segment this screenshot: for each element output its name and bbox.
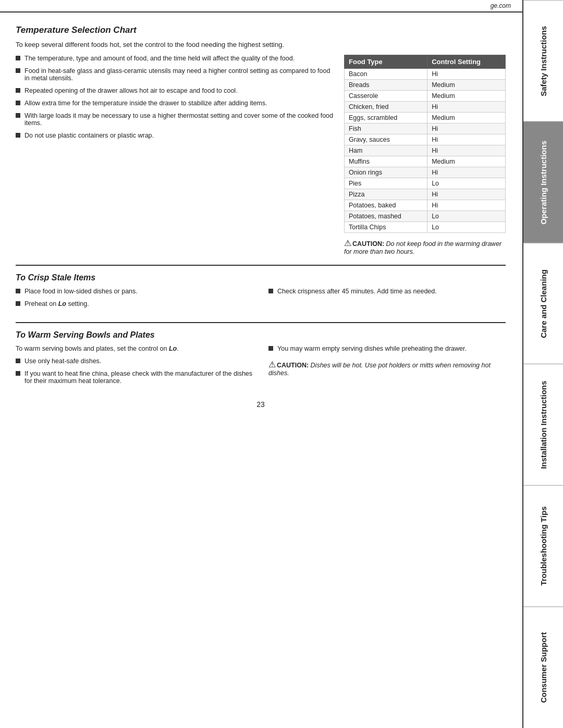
bullet-square-icon — [16, 371, 20, 376]
bullet-square-icon — [16, 133, 20, 138]
warm-bullet-1-text: Use only heat-safe dishes. — [25, 357, 101, 365]
table-row: PiesLo — [345, 178, 506, 189]
bullet-square-icon — [268, 346, 273, 351]
warm-two-col: To warm serving bowls and plates, set th… — [16, 345, 506, 390]
crisp-right-col: Check crispness after 45 minutes. Add ti… — [268, 288, 506, 313]
warm-left-col: To warm serving bowls and plates, set th… — [16, 345, 253, 390]
sidebar-tab-consumer-label: Consumer Support — [539, 632, 548, 703]
bullet-3-text: Repeated opening of the drawer allows ho… — [25, 87, 238, 94]
control-setting-cell: Medium — [427, 156, 506, 167]
control-setting-header: Control Setting — [427, 55, 506, 69]
temp-chart-left-col: The temperature, type and amount of food… — [16, 55, 334, 144]
bullet-square-icon — [16, 68, 20, 73]
table-row: Potatoes, bakedHi — [345, 200, 506, 211]
control-setting-cell: Hi — [427, 69, 506, 80]
bullet-2: Food in heat-safe glass and glass-cerami… — [16, 67, 334, 82]
page-number: 23 — [16, 400, 506, 409]
bullet-4: Allow extra time for the temperature ins… — [16, 100, 334, 107]
food-name-cell: Gravy, sauces — [345, 134, 427, 145]
food-name-cell: Muffins — [345, 156, 427, 167]
warm-intro-text: To warm serving bowls and plates, set th… — [16, 345, 253, 352]
warm-right-bullet-1-text: You may warm empty serving dishes while … — [277, 345, 467, 352]
food-name-cell: Pies — [345, 178, 427, 189]
table-row: FishHi — [345, 124, 506, 134]
bullet-square-icon — [16, 289, 20, 293]
crisp-title: To Crisp Stale Items — [16, 273, 506, 282]
sidebar-tab-operating[interactable]: Operating Instructions — [523, 121, 563, 243]
divider-2 — [16, 322, 506, 323]
sidebar-tab-installation[interactable]: Installation Instructions — [523, 364, 563, 485]
crisp-bullet-1-text: Place food in low-sided dishes or pans. — [25, 288, 138, 295]
control-setting-cell: Hi — [427, 134, 506, 145]
bullet-square-icon — [16, 113, 20, 118]
sidebar-tab-consumer[interactable]: Consumer Support — [523, 607, 563, 728]
caution-triangle-icon: ⚠ — [344, 239, 351, 248]
sidebar-tab-care-label: Care and Cleaning — [539, 269, 548, 338]
crisp-left-col: Place food in low-sided dishes or pans. … — [16, 288, 253, 313]
food-name-cell: Chicken, fried — [345, 102, 427, 113]
caution-2-triangle-icon: ⚠ — [268, 360, 276, 369]
crisp-right-bullet-1: Check crispness after 45 minutes. Add ti… — [268, 288, 506, 295]
caution-1-block: ⚠CAUTION: Do not keep food in the warmin… — [344, 238, 506, 255]
sidebar-tab-installation-label: Installation Instructions — [539, 381, 548, 469]
control-setting-cell: Hi — [427, 167, 506, 178]
control-setting-cell: Hi — [427, 145, 506, 156]
control-setting-cell: Medium — [427, 80, 506, 91]
table-row: Potatoes, mashedLo — [345, 211, 506, 222]
bullet-square-icon — [16, 56, 20, 60]
caution-2-label: CAUTION: — [277, 362, 309, 369]
bullet-4-text: Allow extra time for the temperature ins… — [25, 100, 267, 107]
bullet-6-text: Do not use plastic containers or plastic… — [25, 132, 154, 139]
sidebar-tab-care[interactable]: Care and Cleaning — [523, 243, 563, 364]
bullet-square-icon — [16, 101, 20, 105]
temp-chart-title: Temperature Selection Chart — [16, 25, 506, 35]
table-row: PizzaHi — [345, 189, 506, 200]
bullet-2-text: Food in heat-safe glass and glass-cerami… — [25, 67, 334, 82]
crisp-bullet-1: Place food in low-sided dishes or pans. — [16, 288, 253, 295]
main-content: Temperature Selection Chart To keep seve… — [0, 13, 521, 424]
table-row: BreadsMedium — [345, 80, 506, 91]
crisp-bullet-2: Preheat on Lo setting. — [16, 300, 253, 307]
control-setting-cell: Lo — [427, 178, 506, 189]
warm-title: To Warm Serving Bowls and Plates — [16, 330, 506, 340]
control-setting-cell: Lo — [427, 222, 506, 233]
sidebar-tab-safety[interactable]: Safety Instructions — [523, 0, 563, 121]
bullet-square-icon — [16, 359, 20, 363]
food-table: Food Type Control Setting BaconHiBreadsM… — [344, 55, 506, 233]
temp-chart-right-col: Food Type Control Setting BaconHiBreadsM… — [344, 55, 506, 255]
top-bar: ge.com — [0, 0, 563, 13]
warm-bullet-1: Use only heat-safe dishes. — [16, 357, 253, 365]
table-row: Gravy, saucesHi — [345, 134, 506, 145]
website-text: ge.com — [491, 2, 511, 9]
control-setting-cell: Hi — [427, 124, 506, 134]
food-name-cell: Potatoes, mashed — [345, 211, 427, 222]
table-row: Onion ringsHi — [345, 167, 506, 178]
bullet-1-text: The temperature, type and amount of food… — [25, 55, 295, 62]
table-row: Tortilla ChipsLo — [345, 222, 506, 233]
control-setting-cell: Hi — [427, 102, 506, 113]
food-name-cell: Onion rings — [345, 167, 427, 178]
table-row: Chicken, friedHi — [345, 102, 506, 113]
crisp-bullet-2-text: Preheat on Lo setting. — [25, 300, 89, 307]
warm-bullet-2-text: If you want to heat fine china, please c… — [25, 370, 253, 385]
temp-chart-intro: To keep several different foods hot, set… — [16, 41, 506, 48]
table-row: BaconHi — [345, 69, 506, 80]
food-name-cell: Bacon — [345, 69, 427, 80]
table-row: MuffinsMedium — [345, 156, 506, 167]
divider-1 — [16, 265, 506, 266]
control-setting-cell: Medium — [427, 91, 506, 102]
bullet-square-icon — [268, 289, 273, 293]
temp-chart-section: Temperature Selection Chart To keep seve… — [16, 25, 506, 255]
warm-bullet-2: If you want to heat fine china, please c… — [16, 370, 253, 385]
food-name-cell: Breads — [345, 80, 427, 91]
temp-chart-two-col: The temperature, type and amount of food… — [16, 55, 506, 255]
control-setting-cell: Medium — [427, 113, 506, 124]
sidebar-tab-troubleshooting[interactable]: Troubleshooting Tips — [523, 485, 563, 607]
warm-section: To Warm Serving Bowls and Plates To warm… — [16, 330, 506, 390]
bullet-square-icon — [16, 88, 20, 93]
right-sidebar: Safety Instructions Operating Instructio… — [522, 0, 563, 728]
bullet-5: With large loads it may be necessary to … — [16, 112, 334, 127]
control-setting-cell: Hi — [427, 189, 506, 200]
bullet-1: The temperature, type and amount of food… — [16, 55, 334, 62]
bullet-3: Repeated opening of the drawer allows ho… — [16, 87, 334, 94]
